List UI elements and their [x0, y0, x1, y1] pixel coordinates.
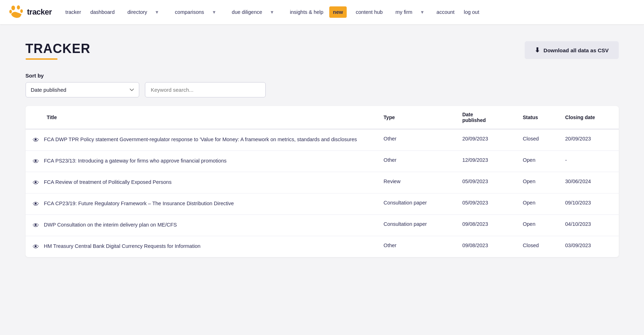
nav-item-tracker[interactable]: tracker: [62, 6, 85, 18]
nav-item-directory[interactable]: directory▾: [120, 4, 166, 21]
cell-type-4: Consultation paper: [377, 215, 455, 236]
cell-title-4: 👁 DWP Consultation on the interim delive…: [26, 215, 377, 236]
nav-item-account[interactable]: account: [433, 6, 458, 18]
cell-type-0: Other: [377, 129, 455, 151]
cell-status-2: Open: [516, 172, 558, 193]
table-header: Title Type Datepublished Status Closing …: [26, 106, 619, 129]
col-header-title: Title: [26, 106, 377, 129]
cell-closing-date-5: 03/09/2023: [558, 236, 618, 257]
cell-status-0: Closed: [516, 129, 558, 151]
cell-status-4: Open: [516, 215, 558, 236]
table-body: 👁 FCA DWP TPR Policy statement Governmen…: [26, 129, 619, 257]
cell-title-1: 👁 FCA PS23/13: Introducing a gateway for…: [26, 151, 377, 172]
cell-type-1: Other: [377, 151, 455, 172]
sort-by-label: Sort by: [26, 73, 619, 79]
keyword-search-input[interactable]: [145, 82, 266, 97]
sort-select[interactable]: Date published Title Type Status Closing…: [26, 82, 139, 97]
logo-text: tracker: [27, 7, 52, 17]
nav-item-logout[interactable]: log out: [460, 6, 483, 18]
table-row: 👁 FCA CP23/19: Future Regulatory Framewo…: [26, 193, 619, 215]
download-icon: ⬇: [535, 46, 540, 54]
eye-icon[interactable]: 👁: [33, 179, 39, 187]
cell-closing-date-0: 20/09/2023: [558, 129, 618, 151]
cell-date-published-3: 05/09/2023: [455, 193, 515, 215]
cell-closing-date-1: -: [558, 151, 618, 172]
cell-closing-date-3: 09/10/2023: [558, 193, 618, 215]
page-title: TRACKER: [26, 41, 91, 56]
table-row: 👁 DWP Consultation on the interim delive…: [26, 215, 619, 236]
row-title-text: HM Treasury Central Bank Digital Currenc…: [44, 243, 201, 250]
page-title-wrap: TRACKER: [26, 41, 91, 60]
nav-item-content-hub[interactable]: content hub: [352, 6, 386, 18]
row-title-text: FCA CP23/19: Future Regulatory Framework…: [44, 200, 234, 207]
tracker-table: Title Type Datepublished Status Closing …: [26, 106, 619, 257]
logo-link[interactable]: tracker: [9, 4, 52, 20]
chevron-down-icon: ▾: [152, 6, 162, 18]
tracker-table-wrapper: Title Type Datepublished Status Closing …: [26, 106, 619, 257]
nav-menu: tracker dashboard directory▾ comparisons…: [62, 4, 483, 21]
nav-item-dashboard[interactable]: dashboard: [87, 6, 118, 18]
col-header-status: Status: [516, 106, 558, 129]
paw-icon: [9, 4, 24, 20]
navbar: tracker tracker dashboard directory▾ com…: [0, 0, 644, 24]
controls-row: Date published Title Type Status Closing…: [26, 82, 619, 97]
table-row: 👁 FCA DWP TPR Policy statement Governmen…: [26, 129, 619, 151]
nav-item-due-diligence[interactable]: due diligence▾: [225, 4, 281, 21]
cell-title-0: 👁 FCA DWP TPR Policy statement Governmen…: [26, 129, 377, 150]
cell-status-1: Open: [516, 151, 558, 172]
eye-icon[interactable]: 👁: [33, 137, 39, 144]
cell-type-2: Review: [377, 172, 455, 193]
eye-icon[interactable]: 👁: [33, 222, 39, 229]
title-underline: [26, 58, 58, 60]
eye-icon[interactable]: 👁: [33, 243, 39, 251]
table-row: 👁 FCA PS23/13: Introducing a gateway for…: [26, 151, 619, 172]
col-header-date-published: Datepublished: [455, 106, 515, 129]
table-row: 👁 FCA Review of treatment of Politically…: [26, 172, 619, 193]
svg-point-2: [9, 10, 12, 13]
cell-closing-date-4: 04/10/2023: [558, 215, 618, 236]
svg-point-3: [20, 9, 23, 13]
chevron-down-icon: ▾: [417, 6, 427, 18]
new-badge: new: [329, 6, 346, 18]
cell-date-published-0: 20/09/2023: [455, 129, 515, 151]
row-title-text: FCA DWP TPR Policy statement Government-…: [44, 136, 357, 143]
nav-item-my-firm[interactable]: my firm▾: [388, 4, 431, 21]
cell-type-5: Other: [377, 236, 455, 257]
nav-item-insights[interactable]: insights & helpnew: [283, 4, 350, 21]
download-csv-button[interactable]: ⬇ Download all data as CSV: [525, 41, 618, 59]
cell-closing-date-2: 30/06/2024: [558, 172, 618, 193]
cell-title-5: 👁 HM Treasury Central Bank Digital Curre…: [26, 236, 377, 257]
table-row: 👁 HM Treasury Central Bank Digital Curre…: [26, 236, 619, 257]
cell-date-published-1: 12/09/2023: [455, 151, 515, 172]
cell-status-5: Closed: [516, 236, 558, 257]
page-header: TRACKER ⬇ Download all data as CSV: [26, 41, 619, 60]
chevron-down-icon: ▾: [209, 6, 219, 18]
row-title-text: FCA PS23/13: Introducing a gateway for f…: [44, 157, 227, 165]
svg-point-1: [17, 5, 20, 10]
col-header-closing-date: Closing date: [558, 106, 618, 129]
cell-title-3: 👁 FCA CP23/19: Future Regulatory Framewo…: [26, 193, 377, 214]
svg-point-0: [11, 6, 15, 10]
cell-status-3: Open: [516, 193, 558, 215]
col-header-type: Type: [377, 106, 455, 129]
main-content: TRACKER ⬇ Download all data as CSV Sort …: [11, 24, 633, 278]
row-title-text: FCA Review of treatment of Politically E…: [44, 179, 172, 186]
cell-date-published-4: 09/08/2023: [455, 215, 515, 236]
cell-type-3: Consultation paper: [377, 193, 455, 215]
filter-controls: Sort by Date published Title Type Status…: [26, 73, 619, 97]
cell-title-2: 👁 FCA Review of treatment of Politically…: [26, 172, 377, 193]
eye-icon[interactable]: 👁: [33, 158, 39, 165]
cell-date-published-5: 09/08/2023: [455, 236, 515, 257]
row-title-text: DWP Consultation on the interim delivery…: [44, 221, 177, 229]
eye-icon[interactable]: 👁: [33, 201, 39, 208]
chevron-down-icon: ▾: [267, 6, 277, 18]
nav-item-comparisons[interactable]: comparisons▾: [168, 4, 222, 21]
cell-date-published-2: 05/09/2023: [455, 172, 515, 193]
